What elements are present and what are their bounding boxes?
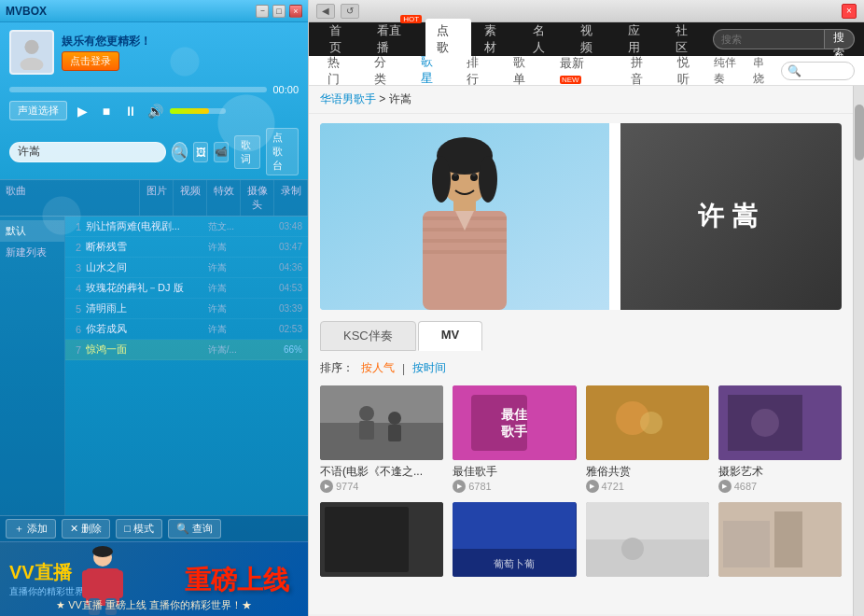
image-icon[interactable]: 🖼 [193,142,208,162]
pause-button[interactable]: ⏸ [121,102,140,120]
stop-button[interactable]: ■ [97,102,116,120]
song-row[interactable]: 5 清明雨上 许嵩 03:39 [65,299,308,319]
svg-rect-5 [112,570,123,598]
sub-search-box[interactable]: 🔍 [781,62,855,80]
video-thumb-6: 葡萄卜葡 [453,502,576,577]
series-option[interactable]: 串烧 [753,55,775,87]
title-bar: MVBOX － □ × [0,0,308,22]
video-item[interactable] [586,502,709,605]
video-item[interactable]: 雅俗共赏 ▶ 4721 [586,385,709,493]
user-section: 娱乐有您更精彩！ 点击登录 [0,22,308,82]
volume-bar[interactable] [170,108,226,114]
nav-search-input[interactable] [713,29,825,49]
svg-rect-44 [586,502,709,539]
nav-search-button[interactable]: 搜索 [825,29,855,49]
play-button[interactable]: ▶ [73,102,91,120]
mode-button[interactable]: □ 模式 [116,519,162,539]
svg-point-12 [432,156,451,203]
panel-close-button[interactable]: × [842,4,857,19]
search-input[interactable] [9,142,166,162]
song-list: 1 别让情两难(电视剧... 范文... 03:48 2 断桥残雪 许嵩 03:… [65,217,308,515]
scroll-thumb[interactable] [855,105,864,161]
user-info: 娱乐有您更精彩！ 点击登录 [62,34,299,71]
svg-rect-19 [423,250,507,254]
back-button[interactable]: ◀ [316,4,335,19]
nav-songs[interactable]: 点歌 [425,19,471,60]
nav-live[interactable]: 看直播 HOT [366,19,424,60]
col-video: 视频 [174,180,207,216]
close-button[interactable]: × [289,5,302,18]
nav-video[interactable]: 视频 [569,19,615,60]
vv-banner[interactable]: VV直播 直播你的精彩世界！ 重磅上线 ★ VV直播 重磅上线 直播你的精彩世界… [0,541,308,616]
app-title: MVBOX [6,5,256,18]
sub-nav: 热门 分类 歌星 排行 歌单 最新 NEW 拼音 悦听 纯伴奏 串烧 🔍 [309,56,864,86]
video-item[interactable]: 葡萄卜葡 [453,502,576,605]
song-row[interactable]: 6 你若成风 许嵩 02:53 [65,319,308,340]
volume-button[interactable]: 🔊 [146,102,164,120]
video-icon[interactable]: 📹 [214,142,229,162]
svg-rect-18 [423,239,507,243]
right-panel: ◀ ↺ × 首页 看直播 HOT 点歌 素材 名人 视频 应用 社区 搜索 热门… [308,0,864,616]
add-button[interactable]: ＋ 添加 [6,519,56,539]
video-item[interactable]: 不语(电影《不逢之... ▶ 9774 [320,385,443,493]
search-row: 🔍 🖼 📹 歌词 点歌台 [0,124,308,179]
maximize-button[interactable]: □ [272,5,286,18]
nav-home[interactable]: 首页 [318,19,364,60]
sort-time[interactable]: 按时间 [412,360,446,376]
breadcrumb-parent[interactable]: 华语男歌手 [320,92,376,105]
refresh-button[interactable]: ↺ [341,4,359,19]
song-row[interactable]: 4 玫瑰花的葬礼－DJ 版 许嵩 04:53 [65,278,308,299]
controls-row: 声道选择 ▶ ■ ⏸ 🔊 [0,97,308,124]
video-thumb-7 [586,502,709,577]
song-row[interactable]: 2 断桥残雪 许嵩 03:47 [65,237,308,258]
login-button[interactable]: 点击登录 [62,51,119,71]
progress-row: 00:00 [0,82,308,97]
svg-point-24 [472,173,476,176]
section-default[interactable]: 默认 [0,220,64,242]
vv-bottom-text: ★ VV直播 重磅上线 直播你的精彩世界！★ [0,598,308,612]
video-count [320,594,443,605]
progress-bar[interactable] [9,87,267,92]
tab-ksc[interactable]: KSC伴奏 [320,321,416,351]
play-icon: ▶ [453,480,466,493]
video-title [320,581,443,594]
minimize-button[interactable]: － [256,5,269,18]
song-row-active[interactable]: 7 惊鸿一面 许嵩/... 66% [65,340,308,360]
search-button[interactable]: 🔍 [172,142,188,162]
channel-button[interactable]: 声道选择 [9,101,67,120]
video-item[interactable]: 最佳歌手 最佳歌手 ▶ 6781 [453,385,576,493]
video-title: 雅俗共赏 [586,464,709,480]
song-row[interactable]: 3 山水之间 许嵩 04:36 [65,258,308,278]
nav-material[interactable]: 素材 [473,19,519,60]
svg-point-45 [621,538,644,560]
artist-name-box: 许嵩 [620,123,842,310]
video-item[interactable] [718,502,842,605]
nav-celebrity[interactable]: 名人 [522,19,567,60]
tab-row: KSC伴奏 MV [320,321,842,351]
pure-option[interactable]: 纯伴奏 [714,55,747,87]
video-item[interactable] [320,502,443,605]
songlist-button[interactable]: 点歌台 [266,128,299,175]
window-controls: － □ × [256,5,302,18]
song-row[interactable]: 1 别让情两难(电视剧... 范文... 03:48 [65,217,308,237]
delete-button[interactable]: ✕ 删除 [62,519,110,539]
nav-community[interactable]: 社区 [664,19,710,60]
right-container: 华语男歌手 > 许嵩 [309,86,864,616]
sort-label: 排序： [320,360,354,376]
svg-point-23 [453,173,457,176]
section-new[interactable]: 新建列表 [0,242,64,263]
scrollbar[interactable] [853,86,864,616]
svg-rect-47 [774,511,802,567]
col-song: 歌曲 [0,180,140,216]
svg-rect-30 [388,425,401,441]
search-song-button[interactable]: 🔍 查询 [168,519,221,539]
sort-popular[interactable]: 按人气 [361,360,395,376]
tab-mv[interactable]: MV [418,321,483,351]
thumb-label: 最佳歌手 [501,406,527,440]
nav-app[interactable]: 应用 [617,19,662,60]
video-item[interactable]: 摄影艺术 ▶ 4687 [718,385,842,493]
main-nav: 首页 看直播 HOT 点歌 素材 名人 视频 应用 社区 搜索 [309,22,864,56]
artist-header: 许嵩 [320,123,842,310]
bottom-bar: ＋ 添加 ✕ 删除 □ 模式 🔍 查询 [0,515,308,541]
lyrics-button[interactable]: 歌词 [234,135,260,169]
